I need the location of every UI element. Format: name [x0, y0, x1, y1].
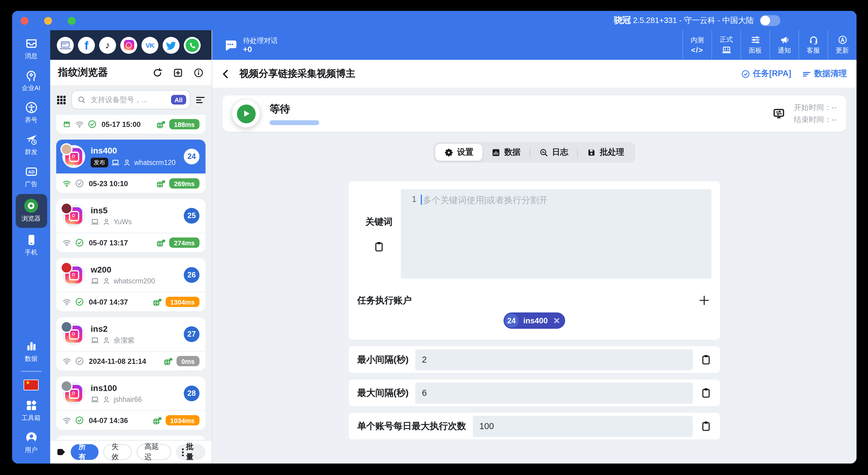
browser-account-card-ins100[interactable]: ins100 jshhair66 28 [56, 377, 206, 430]
filter-high-latency-button[interactable]: 高延迟 [136, 444, 171, 460]
account-name: ins2 [91, 324, 178, 334]
add-account-button[interactable] [698, 294, 710, 307]
search-scope-badge[interactable]: All [171, 95, 186, 104]
account-number-badge: 25 [184, 208, 199, 224]
account-number-badge: 24 [184, 149, 199, 164]
monitor-transfer-icon[interactable] [773, 107, 785, 120]
check-circle-icon [88, 120, 97, 129]
clipboard-icon[interactable] [374, 241, 384, 252]
browser-account-card-ins2[interactable]: ins2 余潔紫 27 [56, 317, 206, 371]
close-window-button[interactable] [21, 17, 28, 25]
browser-account-card-next[interactable] [56, 436, 206, 440]
laptop-icon [111, 158, 120, 167]
facebook-icon[interactable]: f [78, 37, 95, 54]
sidebar-item-user[interactable]: 用户 [12, 426, 50, 459]
latency-badge: 269ms [169, 178, 199, 189]
pending-chats[interactable]: 待处理对话 +0 [212, 30, 289, 60]
last-check-time: 04-07 14:37 [89, 297, 128, 306]
chrome-icon [24, 199, 38, 213]
wifi-icon [62, 179, 71, 188]
panel-label: 面板 [749, 46, 762, 55]
sort-icon[interactable] [195, 95, 206, 105]
topbar-panel-button[interactable]: 面板 [740, 30, 770, 60]
back-icon[interactable] [221, 69, 231, 79]
line-number: 1 [401, 195, 421, 279]
sidebar-item-bulk-send[interactable]: 群发 [12, 129, 50, 161]
sidebar-item-data[interactable]: 数据 [12, 336, 50, 368]
filter-all-button[interactable]: 所有 [71, 444, 99, 460]
task-rpa-label: 任务[RPA] [753, 68, 791, 79]
task-content: 等待 开始时间：-- 结束时间：-- [212, 88, 857, 464]
tab-logs[interactable]: 日志 [530, 144, 578, 161]
account-number-badge: 28 [184, 386, 199, 401]
sidebar-item-enterprise-ai[interactable]: 企业AI [12, 65, 50, 97]
topbar-release-button[interactable]: 正式 [711, 30, 740, 60]
avatar [62, 323, 85, 346]
last-check-time: 2024-11-08 21:14 [89, 357, 146, 365]
tab-data[interactable]: 数据 [483, 144, 530, 161]
task-rpa-link[interactable]: 任务[RPA] [741, 68, 791, 79]
search-row: All [50, 85, 212, 114]
minimize-window-button[interactable] [44, 17, 52, 25]
main-topbar: 待处理对话 +0 内测 </> 正式 面板 [212, 30, 857, 60]
sidebar-item-messages[interactable]: 消息 [12, 33, 50, 65]
sidebar-item-language[interactable]: ★ [12, 375, 50, 394]
avatar [62, 204, 85, 227]
topbar-update-button[interactable]: 更新 [828, 30, 857, 60]
proxy-globe-icon [156, 238, 165, 248]
grid-view-icon[interactable] [56, 95, 66, 105]
tab-batch[interactable]: 批处理 [578, 144, 633, 161]
min-interval-field: 最小间隔(秒) [349, 346, 720, 373]
data-clean-link[interactable]: 数据清理 [802, 68, 847, 79]
info-icon[interactable] [193, 67, 204, 78]
person-icon [102, 336, 111, 345]
topbar-notifications-button[interactable]: 通知 [770, 30, 799, 60]
instagram-icon[interactable] [120, 37, 137, 54]
titlebar-toggle[interactable] [760, 15, 780, 26]
daily-max-exec-field: 单个账号每日最大执行次数 [349, 413, 720, 439]
clipboard-icon[interactable] [701, 387, 711, 398]
keyword-editor[interactable]: 1 多个关键词使用|或者换行分割开 [401, 189, 711, 279]
avatar-photo [60, 380, 72, 392]
refresh-icon[interactable] [152, 67, 163, 78]
zoom-window-button[interactable] [68, 17, 75, 25]
vk-icon[interactable]: VK [142, 37, 158, 54]
batch-button[interactable]: 批量 [176, 444, 206, 460]
add-browser-icon[interactable] [173, 67, 183, 78]
task-status-card: 等待 开始时间：-- 结束时间：-- [222, 95, 846, 132]
daily-max-exec-input[interactable] [473, 421, 693, 431]
daily-max-exec-label: 单个账号每日最大执行次数 [357, 420, 466, 432]
sidebar-item-toolbox[interactable]: 工具箱 [12, 394, 50, 426]
max-interval-input[interactable] [415, 388, 693, 398]
topbar-support-button[interactable]: 客服 [799, 30, 828, 60]
min-interval-input[interactable] [415, 355, 693, 365]
whatsapp-icon[interactable] [184, 37, 201, 54]
filter-invalid-button[interactable]: 失效 [104, 444, 132, 460]
sidebar-item-account-nurture[interactable]: 养号 [12, 97, 50, 129]
browser-account-card-ins5[interactable]: ins5 YuWs 25 [56, 199, 206, 252]
tab-settings[interactable]: 设置 [435, 144, 483, 161]
exec-account-label: 任务执行账户 [357, 295, 412, 306]
panel-title: 指纹浏览器 [58, 66, 108, 79]
sidebar-item-label: 消息 [25, 52, 37, 60]
sidebar-item-phone[interactable]: 手机 [12, 229, 50, 261]
browser-account-card-w200[interactable]: w200 whatscrm200 26 [56, 258, 206, 311]
run-task-button[interactable] [232, 100, 260, 128]
twitter-icon[interactable] [163, 37, 180, 54]
topbar-beta-button[interactable]: 内测 </> [682, 30, 711, 60]
search-input[interactable] [89, 95, 167, 104]
browser-account-card-ins400[interactable]: ins400 发布 whatscrm120 24 [56, 139, 206, 193]
clipboard-icon[interactable] [701, 421, 711, 432]
tiktok-icon[interactable]: ♪ [99, 37, 116, 54]
device-icon[interactable] [57, 37, 74, 54]
last-check-time: 05-23 10:10 [89, 179, 128, 188]
clipboard-icon[interactable] [701, 354, 711, 365]
tag-icon[interactable] [56, 447, 66, 457]
account-tag-ins400[interactable]: 24 ins400 [503, 312, 565, 329]
appstore-icon [837, 35, 847, 45]
remove-account-icon[interactable] [553, 317, 560, 324]
proxy-globe-icon [156, 119, 165, 129]
sidebar-item-browser[interactable]: 浏览器 [16, 194, 47, 228]
sidebar-item-ads[interactable]: AD 广告 [12, 161, 50, 193]
browser-account-card-partial[interactable]: 05-17 15:00 188ms [56, 115, 206, 133]
